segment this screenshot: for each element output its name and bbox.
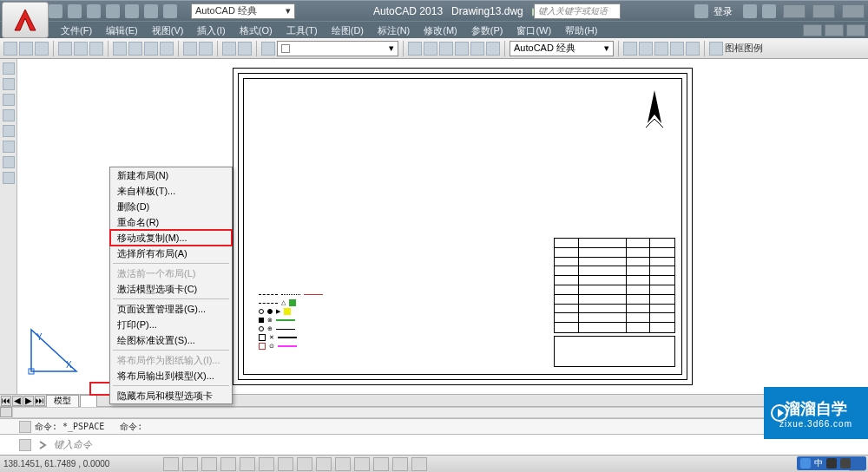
menu-format[interactable]: 格式(O) — [233, 22, 279, 39]
qat-open-icon[interactable] — [68, 4, 82, 18]
tool-save-icon[interactable] — [35, 42, 49, 56]
tool-misc3-icon[interactable] — [654, 42, 668, 56]
tray-ime-icon[interactable] — [800, 458, 811, 469]
status-sc-icon[interactable] — [392, 457, 408, 471]
workspace-selector[interactable]: AutoCAD 经典 ▾ — [191, 3, 295, 19]
qat-saveas-icon[interactable] — [106, 4, 120, 18]
status-ortho-icon[interactable] — [201, 457, 217, 471]
dock-line-icon[interactable] — [3, 62, 15, 75]
tool-markup-icon[interactable] — [470, 42, 484, 56]
tool-plot-icon[interactable] — [58, 42, 72, 56]
tool-copy-icon[interactable] — [128, 42, 142, 56]
tool-misc5-icon[interactable] — [686, 42, 700, 56]
status-qp-icon[interactable] — [373, 457, 389, 471]
help-search-input[interactable]: 键入关键字或短语 — [534, 3, 621, 19]
ctx-plot[interactable]: 打印(P)... — [110, 317, 232, 332]
login-label[interactable]: 登录 — [713, 5, 733, 18]
tool-pan-icon[interactable] — [222, 42, 236, 56]
cmd-close-icon[interactable] — [19, 421, 31, 433]
status-otrack-icon[interactable] — [278, 457, 293, 471]
ctx-delete[interactable]: 删除(D) — [110, 199, 232, 214]
tool-properties-icon[interactable] — [408, 42, 422, 56]
tool-paste-icon[interactable] — [144, 42, 158, 56]
tool-designcenter-icon[interactable] — [424, 42, 437, 56]
menu-view[interactable]: 视图(V) — [145, 22, 191, 39]
dock-text-icon[interactable] — [3, 156, 15, 168]
ctx-hide-layout-model-tabs[interactable]: 隐藏布局和模型选项卡 — [110, 388, 232, 403]
menu-modify[interactable]: 修改(M) — [417, 22, 464, 39]
tool-tkty-icon[interactable] — [709, 42, 723, 56]
hscroll-left-icon[interactable] — [0, 407, 12, 417]
layer-selector[interactable]: ▾ — [277, 41, 398, 56]
doc-restore-button[interactable] — [825, 24, 844, 36]
dock-arc-icon[interactable] — [3, 94, 15, 106]
tool-misc1-icon[interactable] — [623, 42, 637, 56]
tab-nav-next-icon[interactable]: ▶ — [23, 396, 34, 406]
status-grid-icon[interactable] — [182, 457, 198, 471]
cmd-recent-icon[interactable] — [19, 439, 31, 451]
ctx-activate-model-tab[interactable]: 激活模型选项卡(C) — [110, 281, 232, 297]
qat-plot-icon[interactable] — [125, 4, 139, 18]
app-menu-button[interactable] — [2, 2, 49, 38]
maximize-button[interactable] — [812, 4, 835, 18]
ctx-new-layout[interactable]: 新建布局(N) — [110, 167, 232, 183]
close-button[interactable] — [842, 4, 865, 18]
ctx-select-all-layouts[interactable]: 选择所有布局(A) — [110, 246, 232, 261]
status-lwt-icon[interactable] — [335, 457, 351, 471]
status-tpy-icon[interactable] — [354, 457, 370, 471]
tool-new-icon[interactable] — [3, 42, 17, 56]
doc-close-button[interactable] — [846, 24, 865, 36]
tab-nav-prev-icon[interactable]: ◀ — [12, 396, 23, 406]
qat-undo-icon[interactable] — [144, 4, 158, 18]
command-line[interactable]: 键入命令 — [0, 434, 868, 455]
ctx-rename[interactable]: 重命名(R) — [110, 214, 232, 230]
menu-draw[interactable]: 绘图(D) — [325, 22, 371, 39]
status-dyn-icon[interactable] — [316, 457, 332, 471]
menu-tools[interactable]: 工具(T) — [279, 22, 325, 39]
qat-save-icon[interactable] — [87, 4, 101, 18]
ctx-move-or-copy[interactable]: 移动或复制(M)... — [110, 230, 232, 246]
status-polar-icon[interactable] — [220, 457, 236, 471]
minimize-button[interactable] — [783, 4, 806, 18]
status-3dosnap-icon[interactable] — [259, 457, 274, 471]
status-ducs-icon[interactable] — [297, 457, 312, 471]
menu-help[interactable]: 帮助(H) — [558, 22, 604, 39]
menu-edit[interactable]: 编辑(E) — [99, 22, 145, 39]
menu-insert[interactable]: 插入(I) — [190, 22, 232, 39]
exchange-icon[interactable] — [743, 4, 757, 18]
ctx-page-setup-manager[interactable]: 页面设置管理器(G)... — [110, 301, 232, 317]
tray-more-icon[interactable] — [840, 458, 851, 469]
tab-nav-last-icon[interactable]: ⏭ — [35, 396, 45, 406]
qat-redo-icon[interactable] — [163, 4, 177, 18]
doc-minimize-button[interactable] — [803, 24, 822, 36]
tool-preview-icon[interactable] — [74, 42, 88, 56]
menu-file[interactable]: 文件(F) — [54, 22, 99, 39]
dock-polyline-icon[interactable] — [3, 125, 15, 137]
dock-dim-icon[interactable] — [3, 172, 15, 184]
tool-redo-icon[interactable] — [199, 42, 213, 56]
tray-moon-icon[interactable] — [826, 458, 837, 469]
dock-circle-icon[interactable] — [3, 78, 15, 90]
status-snap-icon[interactable] — [163, 457, 179, 471]
tool-zoom-icon[interactable] — [238, 42, 252, 56]
status-osnap-icon[interactable] — [240, 457, 255, 471]
tool-matchprop-icon[interactable] — [160, 42, 174, 56]
tool-open-icon[interactable] — [19, 42, 33, 56]
tool-toolpalettes-icon[interactable] — [439, 42, 453, 56]
workspace-selector-2[interactable]: AutoCAD 经典 ▾ — [510, 41, 614, 56]
hscroll-track[interactable] — [12, 407, 856, 418]
help-icon[interactable] — [762, 4, 776, 18]
tab-nav-first-icon[interactable]: ⏮ — [1, 396, 11, 406]
tool-quickcalc-icon[interactable] — [486, 42, 500, 56]
tool-undo-icon[interactable] — [183, 42, 197, 56]
tool-misc4-icon[interactable] — [670, 42, 684, 56]
tab-layout-current[interactable] — [80, 395, 97, 407]
menu-dimension[interactable]: 标注(N) — [371, 22, 417, 39]
status-am-icon[interactable] — [411, 457, 427, 471]
menu-parametric[interactable]: 参数(P) — [464, 22, 510, 39]
tool-cut-icon[interactable] — [113, 42, 127, 56]
ctx-from-template[interactable]: 来自样板(T)... — [110, 183, 232, 199]
tool-misc2-icon[interactable] — [639, 42, 653, 56]
tool-sheetset-icon[interactable] — [455, 42, 469, 56]
menu-window[interactable]: 窗口(W) — [510, 22, 558, 39]
